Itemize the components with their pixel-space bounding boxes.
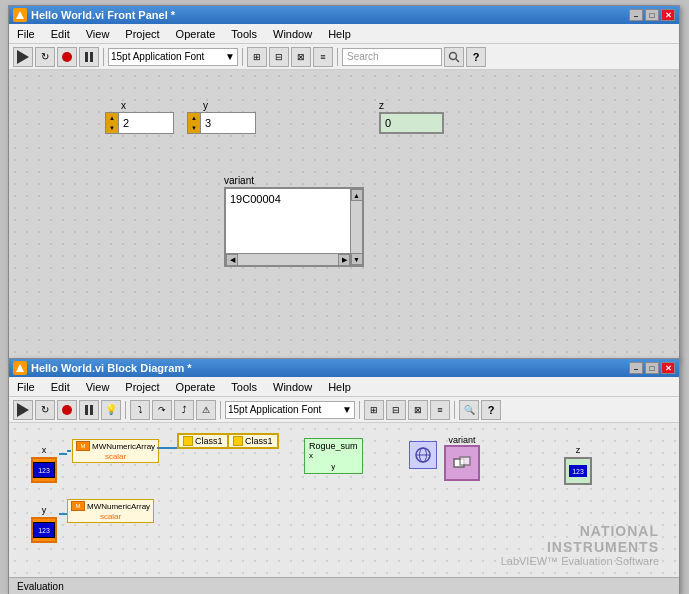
run-button[interactable] <box>13 47 33 67</box>
class1-out-block[interactable]: Class1 <box>227 433 279 449</box>
resize-button[interactable]: ⊠ <box>291 47 311 67</box>
dropdown-arrow: ▼ <box>225 51 235 62</box>
bd-menu-edit[interactable]: Edit <box>47 379 74 395</box>
class-icon-1 <box>183 436 193 446</box>
bd-menu-window[interactable]: Window <box>269 379 316 395</box>
menu-project[interactable]: Project <box>121 26 163 42</box>
bd-font-dropdown[interactable]: 15pt Application Font ▼ <box>225 401 355 419</box>
bd-step-into[interactable]: ⤵ <box>130 400 150 420</box>
front-panel-menu: File Edit View Project Operate Tools Win… <box>9 24 679 44</box>
bd-title-bar[interactable]: Hello World.vi Block Diagram * – □ ✕ <box>9 359 679 377</box>
x-increment[interactable]: ▲ <box>106 113 118 123</box>
abort-button[interactable] <box>57 47 77 67</box>
y-decrement[interactable]: ▼ <box>188 123 200 133</box>
class1-in-block[interactable]: Class1 <box>177 433 229 449</box>
distribute-button[interactable]: ⊟ <box>269 47 289 67</box>
mw-icon-2: M <box>71 501 85 511</box>
menu-operate[interactable]: Operate <box>172 26 220 42</box>
block-diagram-window: Hello World.vi Block Diagram * – □ ✕ Fil… <box>8 358 680 594</box>
bd-menu-view[interactable]: View <box>82 379 114 395</box>
vscroll-down[interactable]: ▼ <box>351 253 363 265</box>
bd-abort-button[interactable] <box>57 400 77 420</box>
bd-warn-button[interactable]: ⚠ <box>196 400 216 420</box>
bd-run-button[interactable] <box>13 400 33 420</box>
run-continuously-button[interactable]: ↻ <box>35 47 55 67</box>
front-panel-toolbar: ↻ 15pt Application Font ▼ ⊞ ⊟ ⊠ ≡ Search <box>9 44 679 70</box>
hscroll-left[interactable]: ◀ <box>226 254 238 266</box>
evaluation-tab-label: Evaluation <box>17 581 64 592</box>
bd-resize-button[interactable]: ⊠ <box>408 400 428 420</box>
search-box[interactable]: Search <box>342 48 442 66</box>
front-panel-title-bar[interactable]: Hello World.vi Front Panel * – □ ✕ <box>9 6 679 24</box>
bd-pause-button[interactable] <box>79 400 99 420</box>
rogue-sum-block[interactable]: Rogue_sum x y <box>304 438 363 474</box>
abort-icon <box>62 52 72 62</box>
minimize-button[interactable]: – <box>629 9 643 21</box>
menu-window[interactable]: Window <box>269 26 316 42</box>
rogue-x-port: x <box>309 451 313 460</box>
front-panel-title: Hello World.vi Front Panel * <box>31 9 629 21</box>
y-increment[interactable]: ▲ <box>188 113 200 123</box>
bd-step-over[interactable]: ↷ <box>152 400 172 420</box>
bd-zoom-button[interactable]: 🔍 <box>459 400 479 420</box>
font-name: 15pt Application Font <box>111 51 204 62</box>
restore-button[interactable]: □ <box>645 9 659 21</box>
bd-menu-project[interactable]: Project <box>121 379 163 395</box>
menu-tools[interactable]: Tools <box>227 26 261 42</box>
bd-run-cont-button[interactable]: ↻ <box>35 400 55 420</box>
variant-hscroll[interactable]: ◀ ▶ <box>226 253 350 265</box>
bd-align-button[interactable]: ⊞ <box>364 400 384 420</box>
bd-abort-icon <box>62 405 72 415</box>
bd-step-out[interactable]: ⤴ <box>174 400 194 420</box>
y-arrows[interactable]: ▲ ▼ <box>187 112 201 134</box>
x-decrement[interactable]: ▼ <box>106 123 118 133</box>
y-terminal[interactable]: 123 <box>31 517 57 543</box>
z-bd-terminal[interactable]: 123 <box>564 457 592 485</box>
pause-button[interactable] <box>79 47 99 67</box>
variant-bd-block[interactable] <box>444 445 480 481</box>
align-button[interactable]: ⊞ <box>247 47 267 67</box>
font-dropdown[interactable]: 15pt Application Font ▼ <box>108 48 238 66</box>
close-button[interactable]: ✕ <box>661 9 675 21</box>
vscroll-up[interactable]: ▲ <box>351 189 363 201</box>
bd-help2-button[interactable]: ? <box>481 400 501 420</box>
bd-reorder-button[interactable]: ≡ <box>430 400 450 420</box>
search-button[interactable] <box>444 47 464 67</box>
y-control: y ▲ ▼ 3 <box>187 100 256 134</box>
menu-view[interactable]: View <box>82 26 114 42</box>
menu-file[interactable]: File <box>13 26 39 42</box>
bd-minimize-button[interactable]: – <box>629 362 643 374</box>
bd-menu-tools[interactable]: Tools <box>227 379 261 395</box>
bd-bottom-tab[interactable]: Evaluation <box>9 577 679 594</box>
bd-distribute-button[interactable]: ⊟ <box>386 400 406 420</box>
bd-restore-button[interactable]: □ <box>645 362 659 374</box>
hscroll-right[interactable]: ▶ <box>338 254 350 266</box>
network-node[interactable] <box>409 441 437 469</box>
mw-numeric-2-block[interactable]: M MWNumericArray scalar <box>67 499 154 523</box>
menu-edit[interactable]: Edit <box>47 26 74 42</box>
wire-mw-class <box>157 447 177 449</box>
mw-numeric-1-label: MWNumericArray <box>92 442 155 451</box>
menu-help[interactable]: Help <box>324 26 355 42</box>
reorder-button[interactable]: ≡ <box>313 47 333 67</box>
rogue-sum-label: Rogue_sum x y <box>304 438 363 474</box>
bd-menu-help[interactable]: Help <box>324 379 355 395</box>
z-value: 0 <box>379 112 444 134</box>
watermark-line2: INSTRUMENTS <box>501 539 659 555</box>
wire-y <box>59 513 67 515</box>
bd-menu-operate[interactable]: Operate <box>172 379 220 395</box>
y-value[interactable]: 3 <box>201 112 256 134</box>
help-button[interactable]: ? <box>466 47 486 67</box>
x-arrows[interactable]: ▲ ▼ <box>105 112 119 134</box>
scalar-2-label: scalar <box>100 512 121 521</box>
bd-probe-button[interactable]: 💡 <box>101 400 121 420</box>
mw-numeric-1-block[interactable]: M MWNumericArray scalar <box>72 439 159 463</box>
bd-close-button[interactable]: ✕ <box>661 362 675 374</box>
z-bd-label: z <box>576 445 581 455</box>
search-placeholder: Search <box>347 51 379 62</box>
bd-app-icon <box>13 361 27 375</box>
x-value[interactable]: 2 <box>119 112 174 134</box>
variant-vscroll[interactable]: ▲ ▼ <box>350 189 362 265</box>
x-terminal[interactable]: 123 <box>31 457 57 483</box>
bd-menu-file[interactable]: File <box>13 379 39 395</box>
